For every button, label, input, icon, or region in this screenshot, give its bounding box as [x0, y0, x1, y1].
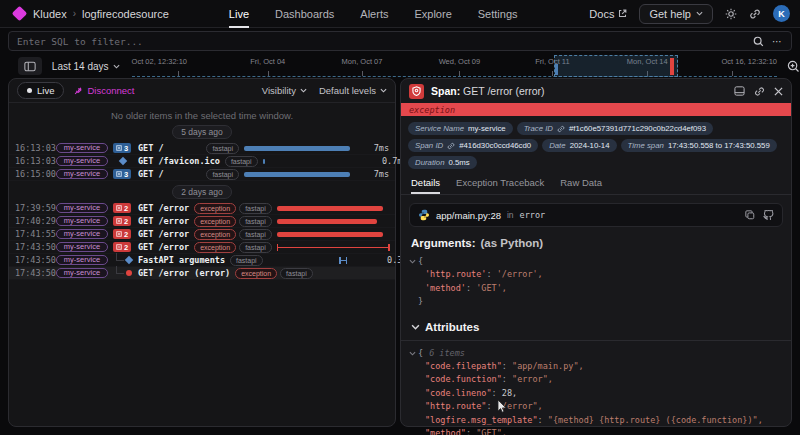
- tree-connector: [116, 253, 124, 261]
- more-options-icon[interactable]: ⋯: [772, 36, 783, 47]
- error-shield-icon: [409, 84, 424, 99]
- meta-time-span: Time span17:43:50.558 to 17:43:50.559: [621, 139, 777, 152]
- duration-bar: [244, 170, 358, 179]
- tab-alerts[interactable]: Alerts: [360, 0, 388, 28]
- tag-fastapi: fastapi: [230, 255, 263, 266]
- tab-exception-traceback[interactable]: Exception Traceback: [456, 177, 544, 194]
- meta-trace-id[interactable]: Trace ID#f1c60e57391d771c290c0b22cd4ef09…: [517, 122, 713, 135]
- meta-date: Date2024-10-14: [542, 139, 616, 152]
- docs-link[interactable]: Docs: [589, 8, 627, 20]
- expand-square-icon: [116, 171, 122, 177]
- tag-fastapi: fastapi: [239, 242, 272, 253]
- collapse-caret-icon[interactable]: [409, 259, 416, 264]
- github-icon[interactable]: [763, 210, 774, 221]
- code-location-file[interactable]: app/main.py:28: [436, 210, 501, 221]
- span-title: Span: GET /error (error): [431, 85, 545, 97]
- dock-panel-icon[interactable]: [734, 86, 745, 96]
- external-link-icon: [618, 9, 627, 18]
- chevron-down-icon: [300, 88, 307, 93]
- tag-fastapi: fastapi: [280, 268, 313, 279]
- time-marker-badge: 5 days ago: [172, 125, 232, 139]
- copy-icon[interactable]: [745, 210, 755, 221]
- copy-link-icon[interactable]: [754, 86, 765, 97]
- trace-child-row-selected[interactable]: 17:43:50 my-service GET /error (error) e…: [9, 267, 395, 280]
- levels-dropdown[interactable]: Default levels: [319, 85, 387, 96]
- timeline-tick: Oct 16, 12:32:10: [722, 57, 777, 66]
- tag-exception: exception: [235, 268, 277, 279]
- sql-filter-bar: ⋯: [8, 31, 792, 51]
- duration-bar: [268, 256, 382, 265]
- search-icon[interactable]: [753, 36, 764, 47]
- tag-exception: exception: [194, 203, 236, 214]
- service-pill: my-service: [56, 216, 108, 226]
- timeline-track[interactable]: Oct 02, 12:32:10 Fri, Oct 04 Mon, Oct 07…: [132, 55, 777, 77]
- sidebar-toggle-icon[interactable]: [18, 57, 42, 75]
- live-dot-icon: [27, 88, 32, 93]
- breadcrumb-org[interactable]: Kludex: [33, 8, 67, 20]
- zoom-in-icon[interactable]: [787, 60, 800, 73]
- live-toggle-button[interactable]: Live: [17, 82, 64, 99]
- get-help-button[interactable]: Get help: [639, 4, 713, 24]
- span-count-badge[interactable]: 3: [113, 143, 131, 153]
- trace-row[interactable]: 17:41:55 my-service 2 GET /error excepti…: [9, 228, 395, 241]
- span-diamond-icon: [125, 256, 133, 264]
- trace-row-expanded[interactable]: 17:43:50 my-service 2 GET /error excepti…: [9, 241, 395, 254]
- error-dot-icon: [126, 270, 132, 276]
- share-link-icon[interactable]: [749, 8, 761, 20]
- disconnect-button[interactable]: Disconnect: [74, 85, 134, 96]
- histogram-bar-red: [670, 58, 674, 75]
- timeline-selection[interactable]: [554, 55, 679, 77]
- sql-filter-input[interactable]: [17, 36, 753, 47]
- chevron-down-icon: [113, 64, 120, 69]
- collapse-caret-icon[interactable]: [411, 324, 420, 330]
- span-count-badge[interactable]: 3: [113, 169, 131, 179]
- python-icon: [418, 209, 430, 221]
- live-view-panel: Live Disconnect Visibility Default level…: [8, 78, 396, 427]
- mouse-cursor: [497, 399, 508, 414]
- link-icon[interactable]: [447, 142, 455, 150]
- span-count-badge[interactable]: 2: [113, 216, 131, 226]
- breadcrumb-project[interactable]: logfirecodesource: [82, 8, 169, 20]
- close-icon[interactable]: [774, 87, 783, 96]
- breadcrumb[interactable]: Kludex › logfirecodesource: [33, 8, 169, 20]
- tab-details[interactable]: Details: [411, 177, 440, 194]
- timeline-tick: Wed, Oct 09: [439, 57, 481, 66]
- link-icon[interactable]: [557, 125, 565, 133]
- trace-row[interactable]: 17:39:59 my-service 2 GET /error excepti…: [9, 202, 395, 215]
- plug-icon: [74, 86, 83, 95]
- trace-row[interactable]: 16:15:00 my-service 3 GET / fastapi 7ms: [9, 168, 395, 181]
- collapse-square-icon: [116, 244, 122, 250]
- trace-row[interactable]: 16:13:03 my-service 3 GET / fastapi 7ms: [9, 142, 395, 155]
- meta-span-id[interactable]: Span ID#416d30c0ccd46cd0: [408, 139, 538, 152]
- tab-live[interactable]: Live: [229, 0, 249, 28]
- span-count-badge[interactable]: 2: [113, 203, 131, 213]
- service-pill: my-service: [56, 169, 108, 179]
- theme-toggle-icon[interactable]: [725, 8, 737, 20]
- trace-row[interactable]: 17:40:29 my-service 2 GET /error excepti…: [9, 215, 395, 228]
- service-pill: my-service: [56, 143, 108, 153]
- trace-child-row[interactable]: 17:43:50 my-service FastAPI arguments fa…: [9, 254, 395, 267]
- span-count-badge[interactable]: 2: [113, 229, 131, 239]
- collapse-caret-icon[interactable]: [409, 351, 416, 356]
- trace-row[interactable]: 16:13:03 my-service GET /favicon.ico fas…: [9, 155, 395, 168]
- span-count-badge[interactable]: 2: [113, 242, 131, 252]
- logfire-logo-icon[interactable]: [12, 6, 28, 22]
- visibility-dropdown[interactable]: Visibility: [262, 85, 307, 96]
- items-count: 6 items: [429, 347, 465, 360]
- timeline-tick: Mon, Oct 07: [342, 57, 383, 66]
- expand-square-icon: [116, 205, 122, 211]
- avatar[interactable]: K: [773, 5, 790, 22]
- tab-explore[interactable]: Explore: [414, 0, 451, 28]
- tab-dashboards[interactable]: Dashboards: [275, 0, 334, 28]
- time-range-select[interactable]: Last 14 days: [52, 61, 120, 72]
- tag-fastapi: fastapi: [206, 169, 239, 180]
- expand-square-icon: [116, 145, 122, 151]
- tag-exception: exception: [194, 216, 236, 227]
- tab-settings[interactable]: Settings: [478, 0, 518, 28]
- tag-fastapi: fastapi: [239, 216, 272, 227]
- tag-fastapi: fastapi: [239, 203, 272, 214]
- tab-raw-data[interactable]: Raw Data: [560, 177, 602, 194]
- service-pill: my-service: [56, 255, 108, 265]
- histogram-bar-blue: [555, 64, 558, 75]
- service-pill: my-service: [56, 156, 108, 166]
